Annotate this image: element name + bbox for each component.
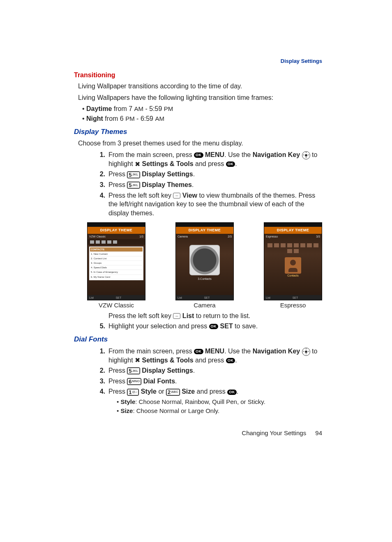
step-number: 5. [95, 322, 105, 331]
ok-key-icon: OK [227, 390, 237, 395]
page-number: 94 [315, 429, 322, 436]
display-settings-label: Display Settings [142, 171, 193, 178]
step-number: 2. [95, 366, 105, 375]
nav-key-icon [302, 348, 310, 356]
softkey-label: SET [204, 296, 210, 300]
step-number: 1. [95, 347, 105, 364]
softkey-label: SET [116, 296, 122, 300]
size-label: Size [120, 407, 133, 414]
para: Living Wallpapers have the following lig… [78, 93, 322, 102]
thumb-caption: Camera [175, 301, 234, 309]
step-number: 3. [95, 180, 105, 189]
ok-key-icon: OK [209, 324, 219, 329]
thumb-image: DISPLAY THEME VZW Classic1/3 CONTACTS 1.… [87, 222, 145, 300]
step-body: Highlight your selection and press OK SE… [108, 322, 322, 331]
two-key-icon: 2ABC [166, 389, 180, 396]
thumb-image: DISPLAY THEME Espresso3/3 Contacts ListS… [264, 222, 322, 300]
digit: 6 [129, 379, 131, 384]
dial-fonts-label: Dial Fonts [143, 378, 175, 385]
text: Press the left soft key [108, 192, 173, 199]
thumb-caption: VZW Classic [87, 301, 145, 309]
heading-dial-fonts: Dial Fonts [74, 335, 322, 344]
text: . Use the [224, 348, 252, 355]
pm-label: PM [164, 105, 173, 112]
text: : Choose Normal, Rainbow, Quill Pen, or … [135, 398, 265, 405]
settings-tools-label: Settings & Tools [142, 357, 194, 364]
list-item: 3. Groups [90, 261, 143, 265]
softkey-label: List [178, 296, 182, 300]
text: Press [108, 367, 127, 374]
digit: 5 [129, 172, 131, 178]
text: . [237, 388, 238, 395]
para: Choose from 3 preset themes used for the… [78, 139, 322, 148]
step-body: Press 1@.: Style or 2ABC Size and press … [108, 387, 322, 417]
step-number: 4. [95, 387, 105, 417]
ok-key-icon: OK [226, 161, 235, 167]
heading-transitioning: Transitioning [74, 71, 322, 80]
text: Press the left soft key [108, 312, 173, 319]
letters: @.: [132, 390, 138, 394]
text: From the main screen, press [108, 348, 194, 355]
thumb-title: DISPLAY THEME [264, 227, 322, 233]
text: From the main screen, press [108, 151, 194, 158]
five-key-icon: 5JKL [127, 171, 140, 178]
text: Press [108, 388, 127, 395]
menu-label: MENU [205, 348, 224, 355]
sub-bullet: • Style: Choose Normal, Rainbow, Quill P… [117, 398, 322, 406]
text: or [157, 388, 166, 395]
thumb-vzw-classic: DISPLAY THEME VZW Classic1/3 CONTACTS 1.… [87, 222, 145, 309]
page-footer: Changing Your Settings 94 [74, 429, 322, 437]
bullet: • Night from 6 PM - 6:59 AM [82, 114, 322, 123]
step-body: Press the left soft key List to return t… [108, 311, 322, 321]
thumb-espresso: DISPLAY THEME Espresso3/3 Contacts ListS… [264, 222, 322, 309]
theme-thumbnails-row: DISPLAY THEME VZW Classic1/3 CONTACTS 1.… [87, 222, 322, 309]
set-label: SET [220, 323, 233, 330]
view-label: View [182, 192, 197, 199]
letters: JKL [132, 369, 138, 373]
text: from 6 [103, 115, 125, 122]
ok-key-icon: OK [226, 358, 235, 363]
chapter-title: Changing Your Settings [242, 429, 306, 436]
list-header: CONTACTS [90, 247, 143, 252]
step-body: Press the left soft key View to view thu… [108, 191, 322, 218]
thumb-title: DISPLAY THEME [176, 227, 233, 233]
heading-display-themes: Display Themes [74, 127, 322, 137]
am-label: AM [155, 115, 164, 122]
digit: 2 [168, 390, 171, 395]
left-softkey-icon [173, 313, 180, 319]
thumb-caption: Espresso [264, 301, 322, 309]
thumb-title: DISPLAY THEME [88, 227, 145, 233]
step-body: Press 5JKL Display Themes. [108, 180, 322, 189]
text: to save. [233, 323, 258, 330]
am-label: AM [134, 105, 144, 112]
step-body: From the main screen, press OK MENU. Use… [108, 347, 322, 364]
letters: JKL [132, 173, 138, 176]
step-number: 1. [95, 150, 105, 168]
text: and press [195, 388, 227, 395]
list-item: 1. New Contact [90, 252, 143, 256]
step-number: 2. [95, 170, 105, 179]
tools-icon: ✖ [135, 357, 140, 364]
list-item: 4. Speed Dials [90, 265, 143, 270]
tools-icon: ✖ [135, 161, 140, 168]
text: to return to the list. [194, 312, 250, 319]
thumb-count: 3/3 [316, 235, 320, 238]
display-settings-label: Display Settings [142, 367, 193, 374]
text: - 6:59 [135, 115, 155, 122]
list-label: List [182, 312, 194, 319]
step-body: Press 6MNO Dial Fonts. [108, 377, 322, 386]
list-item: 5. In Case of Emergency [90, 270, 143, 274]
para: Living Wallpaper transitions according t… [78, 82, 322, 91]
menu-label: MENU [205, 151, 224, 158]
navkey-label: Navigation Key [253, 348, 300, 355]
list-item: 2. Contact List [90, 256, 143, 261]
thumb-label: 3.Contacts [176, 277, 233, 281]
softkey-label: List [266, 296, 270, 300]
text: from 7 [112, 105, 134, 112]
style-label: Style [141, 388, 157, 395]
text: and press [194, 160, 226, 167]
navkey-label: Navigation Key [253, 151, 300, 158]
style-label: Style [120, 398, 135, 405]
text: Press [108, 181, 127, 188]
softkey-label: SET [293, 296, 298, 300]
